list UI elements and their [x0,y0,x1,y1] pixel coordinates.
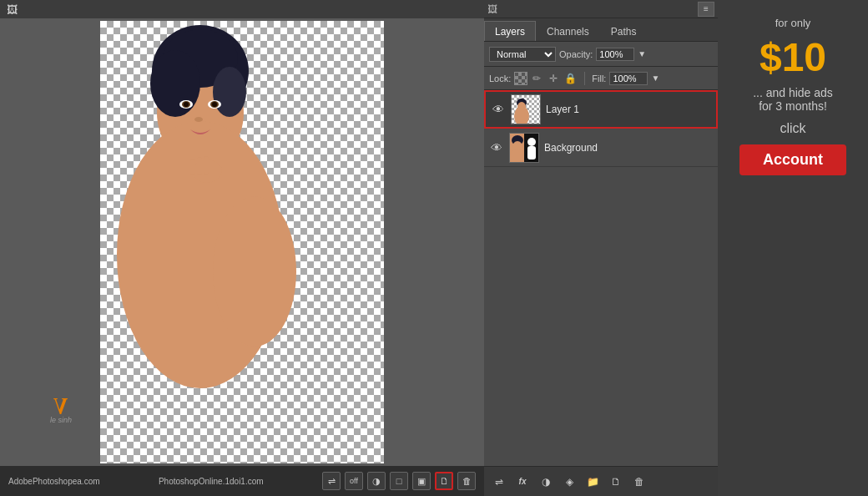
ad-click-label: click [780,121,805,136]
lock-all-icon[interactable]: 🔒 [563,71,578,86]
bg-thumb-left-img [510,134,524,163]
tabs-bar: Layers Channels Paths [484,18,718,42]
adjustment-icon[interactable]: ◈ [561,473,578,490]
layers-list: 👁 Layer 1 👁 [484,90,718,466]
grid-bottom-icon[interactable]: ▣ [412,472,431,490]
svg-point-23 [514,106,529,124]
svg-point-26 [510,149,524,163]
opacity-input[interactable] [596,48,634,61]
group-icon[interactable]: 📁 [584,473,601,490]
url-left: AdobePhotoshopea.com [8,477,100,486]
layer-1-thumbnail [511,94,541,124]
new-layer-bottom-icon[interactable]: 🗋 [435,472,453,490]
tab-paths[interactable]: Paths [600,21,648,41]
layer-bg-thumbnail [509,133,539,163]
link-bottom-icon[interactable]: ⇌ [322,472,341,490]
square-bottom-icon[interactable]: □ [390,472,408,490]
lock-image-icon[interactable]: ✏ [529,71,544,86]
new-layer-icon[interactable]: 🗋 [608,473,624,490]
layer-row-background[interactable]: 👁 Backgro [484,129,718,167]
blend-mode-select[interactable]: Normal [489,47,556,62]
logo-symbol: V [53,394,68,418]
image-icon: 🖼 [7,3,18,16]
layer-1-visibility-icon[interactable]: 👁 [491,102,506,117]
layer-1-thumb-img [512,95,540,124]
svg-point-27 [527,138,536,146]
circle-bottom-icon[interactable]: ◑ [367,472,386,490]
canvas-top-bar: 🖼 [0,0,484,18]
ad-panel: for only $10 ... and hide ads for 3 mont… [718,0,868,496]
fx-icon[interactable]: fx [514,473,531,490]
canvas-image-wrapper [100,21,384,463]
layer-bg-visibility-icon[interactable]: 👁 [489,140,504,155]
svg-point-10 [184,102,189,107]
layers-toolbar: ⇌ fx ◑ ◈ 📁 🗋 🗑 [484,466,718,496]
svg-rect-28 [527,146,536,159]
layer-1-name: Layer 1 [546,104,711,115]
canvas-bottom-bar: AdobePhotoshopea.com PhotoshopOnline.1do… [0,466,484,496]
separator [584,72,585,85]
svg-rect-17 [197,157,202,175]
trash-bottom-icon[interactable]: 🗑 [457,472,476,490]
svg-rect-18 [204,156,209,175]
fill-label: Fill: [592,73,606,84]
tab-channels[interactable]: Channels [536,21,600,41]
lock-icons-group: ✏ ✛ 🔒 [514,71,578,86]
opacity-label: Opacity: [559,49,593,59]
opacity-dropdown-icon[interactable]: ▼ [638,49,646,58]
lock-transparency-icon[interactable] [514,72,527,85]
svg-point-13 [212,102,217,107]
svg-rect-20 [284,21,384,463]
ad-account-button[interactable]: Account [739,144,846,175]
person-svg [100,21,384,463]
fx-bottom-icon[interactable]: off [345,472,363,490]
lock-label: Lock: [489,73,511,84]
bg-thumb-right-mask [524,134,538,163]
ad-price: $10 [760,38,826,78]
add-mask-icon[interactable]: ◑ [537,473,554,490]
panel-top-icon-row: 🖼 ≡ [484,0,718,18]
watermark: V le sinh [50,396,72,424]
svg-rect-16 [190,159,195,175]
lock-position-icon[interactable]: ✛ [546,71,561,86]
canvas-image-container: V le sinh [0,18,484,466]
ad-hide-text: ... and hide ads for 3 months! [753,86,833,113]
panel-menu-button[interactable]: ≡ [698,2,714,17]
lock-fill-row: Lock: ✏ ✛ 🔒 Fill: ▼ [484,67,718,90]
fill-input[interactable] [609,72,648,85]
delete-layer-icon[interactable]: 🗑 [631,473,648,490]
bg-mask-icon [525,135,538,162]
layer-bg-name: Background [544,142,713,154]
canvas-area: 🖼 [0,0,484,496]
svg-point-7 [213,67,246,117]
layers-panel: 🖼 ≡ Layers Channels Paths Normal Opacity… [484,0,718,496]
url-right: PhotoshopOnline.1doi1.com [159,477,264,486]
tab-layers[interactable]: Layers [484,21,536,41]
fill-dropdown-icon[interactable]: ▼ [651,73,659,83]
ad-text-for-only: for only [775,17,811,29]
layer-row-1[interactable]: 👁 Layer 1 [484,90,718,129]
panel-image-icon: 🖼 [487,3,497,15]
link-layers-icon[interactable]: ⇌ [491,473,507,490]
svg-point-14 [194,117,203,122]
svg-point-6 [150,50,200,117]
blend-opacity-row: Normal Opacity: ▼ [484,42,718,67]
